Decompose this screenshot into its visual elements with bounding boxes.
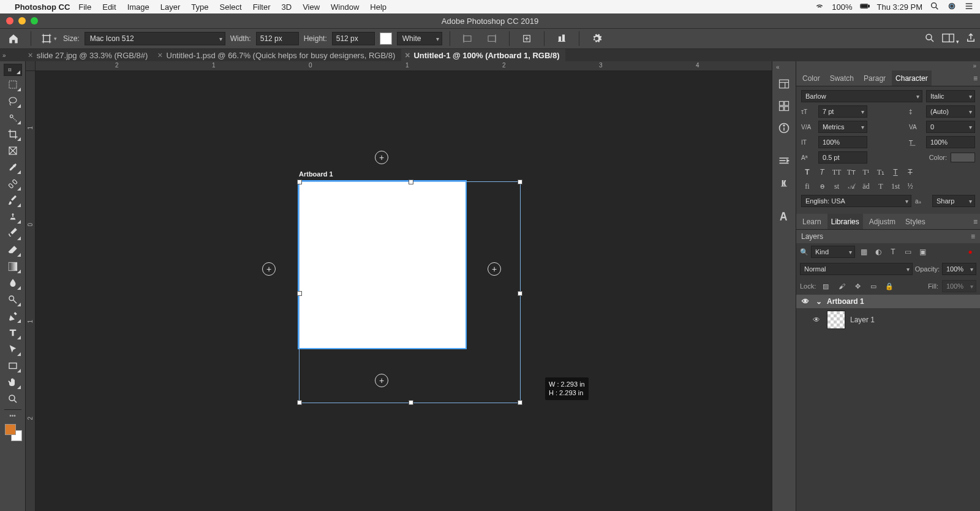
tab-learn[interactable]: Learn	[799, 218, 825, 226]
paragraph-panel-icon[interactable]	[775, 153, 793, 170]
align-artboard-icon-1[interactable]	[458, 31, 477, 47]
fractions-button[interactable]: 1st	[889, 181, 902, 192]
add-artboard-icon[interactable]	[517, 31, 537, 47]
dodge-tool[interactable]	[4, 291, 22, 308]
panel-menu-icon[interactable]: ≡	[973, 74, 978, 83]
artboard-tool-options-icon[interactable]: ▾	[39, 31, 58, 47]
layer-thumbnail[interactable]	[827, 311, 845, 329]
filter-pixel-icon[interactable]: ▦	[858, 246, 870, 257]
tab-libraries[interactable]: Libraries	[827, 214, 863, 229]
smallcaps-button[interactable]: Tᴛ	[845, 167, 858, 178]
workspace-switcher-icon[interactable]: ▾	[941, 32, 959, 45]
brushes-panel-icon[interactable]	[775, 97, 793, 115]
panel-menu-icon[interactable]: ≡	[973, 218, 978, 226]
panel-collapse-icon[interactable]: »	[796, 61, 980, 70]
gradient-tool[interactable]	[4, 258, 22, 274]
layer-name[interactable]: Artboard 1	[827, 297, 864, 306]
opacity-input[interactable]: 100%▾	[942, 263, 976, 275]
lock-position-icon[interactable]: ✥	[851, 281, 864, 292]
tab-paragraph[interactable]: Paragr	[860, 74, 889, 83]
titling-button[interactable]: ād	[860, 181, 872, 192]
stylistic-button[interactable]: 𝒜	[845, 181, 858, 192]
superscript-button[interactable]: T¹	[860, 167, 872, 178]
panel-collapse-icon[interactable]: «	[776, 64, 780, 70]
zoom-tool[interactable]	[4, 390, 22, 407]
filter-toggle-icon[interactable]: ●	[964, 246, 976, 257]
menu-type[interactable]: Type	[191, 2, 208, 12]
filter-smartobj-icon[interactable]: ▣	[916, 246, 929, 257]
filter-adjustment-icon[interactable]: ◐	[872, 246, 884, 257]
contextual-button[interactable]: ɵ	[816, 181, 828, 192]
leading-select[interactable]: (Auto)▾	[926, 105, 975, 118]
artboard-title[interactable]: Artboard 1	[299, 170, 333, 178]
spotlight-icon[interactable]	[930, 1, 940, 13]
resize-handle[interactable]	[518, 400, 522, 405]
lock-transparency-icon[interactable]: ▨	[820, 281, 832, 292]
font-style-select[interactable]: Italic▾	[926, 90, 975, 102]
tabstrip-overflow-icon[interactable]: »	[2, 52, 6, 59]
marquee-tool[interactable]	[4, 76, 22, 93]
window-close-button[interactable]	[6, 17, 13, 25]
resize-handle[interactable]	[409, 180, 413, 184]
document-tab-3[interactable]: ×Untitled-1 @ 100% (Artboard 1, RGB/8)	[401, 49, 565, 61]
horizontal-scale-input[interactable]: 100%	[926, 136, 975, 148]
foreground-background-colors[interactable]	[4, 423, 22, 441]
close-icon[interactable]: ×	[28, 50, 33, 60]
close-icon[interactable]: ×	[405, 50, 410, 60]
add-artboard-left-icon[interactable]: +	[262, 262, 276, 276]
text-color-swatch[interactable]	[951, 153, 975, 162]
window-zoom-button[interactable]	[31, 17, 38, 25]
bold-button[interactable]: T	[801, 167, 813, 178]
menu-edit[interactable]: Edit	[102, 2, 116, 12]
ordinals-button[interactable]: T	[875, 181, 887, 192]
tab-swatches[interactable]: Swatch	[826, 74, 858, 83]
character-panel-icon[interactable]	[775, 208, 793, 225]
menu-help[interactable]: Help	[370, 2, 386, 12]
layer-name[interactable]: Layer 1	[850, 316, 875, 324]
resize-handle[interactable]	[297, 400, 302, 405]
clone-stamp-tool[interactable]	[4, 208, 22, 225]
visibility-toggle-icon[interactable]: 👁	[800, 297, 811, 306]
lock-image-icon[interactable]: 🖌	[835, 281, 848, 292]
ruler-origin[interactable]	[26, 61, 36, 71]
horizontal-ruler[interactable]: 2 1 0 1 2 3 4	[36, 61, 772, 71]
clock[interactable]: Thu 3:29 PM	[877, 2, 922, 12]
allcaps-button[interactable]: TT	[831, 167, 843, 178]
slashed-zero-button[interactable]: ½	[904, 181, 916, 192]
brush-tool[interactable]	[4, 192, 22, 208]
eraser-tool[interactable]	[4, 241, 22, 258]
width-input[interactable]: 512 px	[256, 32, 299, 45]
gear-icon[interactable]	[587, 31, 606, 47]
tracking-select[interactable]: 0▾	[926, 121, 975, 133]
lock-artboard-icon[interactable]: ▭	[867, 281, 880, 292]
tab-color[interactable]: Color	[799, 74, 824, 83]
italic-button[interactable]: T	[816, 167, 828, 178]
font-size-select[interactable]: 7 pt▾	[818, 105, 867, 118]
artboard-preset-select[interactable]: Mac Icon 512▾	[85, 32, 225, 45]
tab-character[interactable]: Character	[892, 70, 932, 86]
ligature-button[interactable]: fi	[801, 181, 813, 192]
font-family-select[interactable]: Barlow▾	[801, 90, 922, 102]
rectangle-tool[interactable]	[4, 357, 22, 374]
wifi-icon[interactable]	[815, 1, 824, 13]
layers-panel-title[interactable]: Layers	[801, 232, 823, 241]
search-icon[interactable]	[924, 32, 935, 45]
crop-tool[interactable]	[4, 126, 22, 142]
home-button[interactable]	[4, 31, 23, 47]
swash-button[interactable]: st	[831, 181, 843, 192]
menu-layer[interactable]: Layer	[160, 2, 181, 12]
panel-menu-icon[interactable]: ≡	[971, 232, 975, 241]
align-artboard-icon-2[interactable]	[482, 31, 502, 47]
filter-type-icon[interactable]: T	[887, 246, 899, 257]
underline-button[interactable]: T	[889, 167, 902, 178]
menu-select[interactable]: Select	[219, 2, 241, 12]
disclosure-icon[interactable]: ⌄	[816, 297, 822, 306]
layer-artboard-group[interactable]: 👁 ⌄ Artboard 1	[796, 295, 980, 308]
blur-tool[interactable]	[4, 274, 22, 291]
properties-panel-icon[interactable]	[775, 75, 793, 93]
resize-handle[interactable]	[409, 400, 413, 405]
kerning-select[interactable]: Metrics▾	[818, 121, 867, 133]
share-icon[interactable]	[965, 32, 976, 45]
siri-icon[interactable]	[947, 1, 957, 13]
align-options-icon[interactable]	[552, 31, 571, 47]
